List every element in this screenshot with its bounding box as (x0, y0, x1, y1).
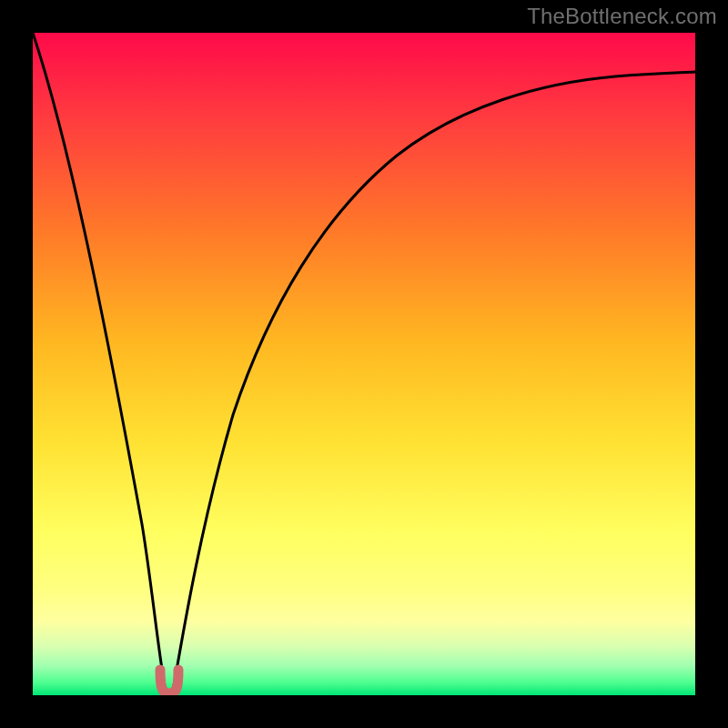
chart-frame: TheBottleneck.com (0, 0, 728, 728)
curve-layer (33, 33, 695, 695)
plot-area (33, 33, 695, 695)
bottleneck-curve (33, 33, 695, 692)
dip-marker-icon (160, 670, 178, 693)
watermark-text: TheBottleneck.com (527, 4, 717, 29)
